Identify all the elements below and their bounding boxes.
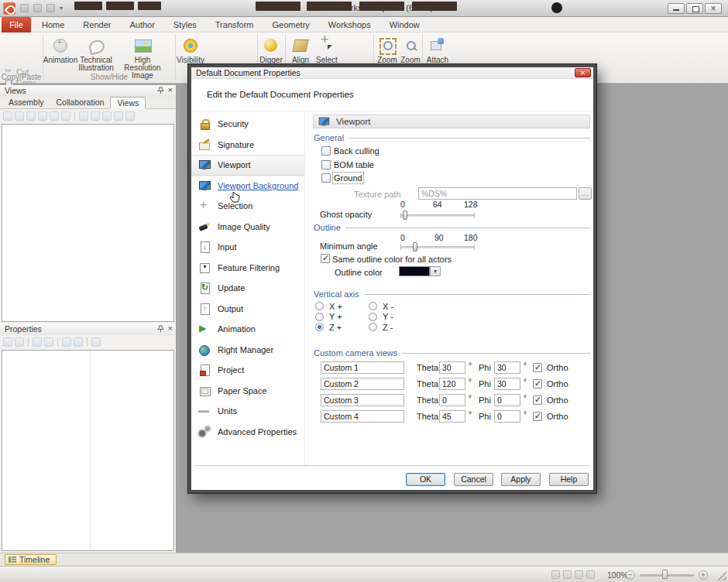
views-panel-tab[interactable]: Collaboration <box>50 97 111 108</box>
pin-icon[interactable] <box>157 325 164 332</box>
outline-color-dropdown-button[interactable]: ▼ <box>430 266 441 276</box>
views-tool-icon[interactable] <box>61 111 70 121</box>
dialog-title-bar[interactable]: Default Document Properties × <box>191 67 593 79</box>
camera-name-input[interactable] <box>321 410 404 423</box>
ortho-checkbox[interactable] <box>533 363 542 372</box>
dialog-button[interactable]: Apply <box>501 473 541 486</box>
ghost-opacity-slider-track[interactable] <box>400 214 475 217</box>
dialog-sidebar-item[interactable]: Output <box>191 299 304 320</box>
file-tab[interactable]: File <box>2 17 31 33</box>
digger-button[interactable]: Digger <box>259 34 283 64</box>
dialog-sidebar-item[interactable]: Image Quality <box>191 217 304 238</box>
views-tool-icon[interactable] <box>15 111 24 121</box>
views-tool-icon[interactable] <box>26 111 36 121</box>
close-button[interactable] <box>705 3 722 14</box>
views-tool-icon[interactable] <box>102 111 112 121</box>
ortho-checkbox[interactable] <box>533 412 542 421</box>
views-tool-icon[interactable] <box>38 111 47 121</box>
qat-button-icon[interactable] <box>20 4 29 12</box>
close-panel-icon[interactable]: × <box>168 325 173 332</box>
texture-path-browse-button[interactable]: ... <box>579 187 592 200</box>
minimize-button[interactable] <box>668 3 685 14</box>
bom-table-checkbox[interactable] <box>321 160 331 169</box>
attach-button[interactable]: Attach <box>425 34 450 64</box>
views-panel-tab[interactable]: Views <box>110 97 146 109</box>
dialog-sidebar-item[interactable]: Right Manager <box>191 340 304 361</box>
status-view-mode-icon[interactable] <box>551 570 560 579</box>
dialog-sidebar-item[interactable]: Selection <box>191 196 304 217</box>
animation-button[interactable]: Animation <box>45 34 76 64</box>
properties-tool-icon[interactable] <box>44 337 53 347</box>
properties-tool-icon[interactable] <box>3 337 12 347</box>
views-tool-icon[interactable] <box>114 111 123 121</box>
zoom-button[interactable]: Zoom <box>400 34 421 64</box>
properties-tool-icon[interactable] <box>15 337 24 347</box>
pin-icon[interactable] <box>157 87 164 94</box>
restore-button[interactable] <box>686 3 703 14</box>
ortho-checkbox[interactable] <box>533 379 542 389</box>
select-button[interactable]: Select <box>315 34 338 64</box>
vertical-axis-radio[interactable]: Z + <box>315 322 369 333</box>
qat-dropdown-caret-icon[interactable]: ▾ <box>60 4 63 12</box>
views-tool-icon[interactable] <box>91 111 100 121</box>
properties-grid-area[interactable] <box>2 350 174 551</box>
views-panel-tab[interactable]: Assembly <box>2 97 50 108</box>
views-tool-icon[interactable] <box>3 111 12 121</box>
camera-name-input[interactable] <box>321 361 404 374</box>
dialog-sidebar-item[interactable]: Feature Filtering <box>191 258 304 279</box>
dialog-button[interactable]: OK <box>406 473 445 486</box>
status-view-mode-icon[interactable] <box>586 570 595 579</box>
dialog-sidebar-item[interactable]: Signature <box>191 135 304 156</box>
dialog-sidebar-item[interactable]: Input <box>191 237 304 258</box>
ribbon-tab[interactable]: Workshops <box>319 17 380 33</box>
app-logo-icon[interactable] <box>3 2 15 15</box>
minimum-angle-slider-thumb[interactable] <box>413 242 417 252</box>
technical-illustration-button[interactable]: Technical Illustration <box>77 34 115 72</box>
ribbon-tab[interactable]: Transform <box>206 17 263 33</box>
vertical-axis-radio[interactable]: X + <box>315 301 369 312</box>
ortho-checkbox[interactable] <box>533 395 542 405</box>
theta-input[interactable] <box>439 394 465 406</box>
phi-input[interactable] <box>494 394 520 406</box>
vertical-axis-radio[interactable]: Y - <box>369 312 422 323</box>
ribbon-tab[interactable]: Render <box>74 17 120 33</box>
dialog-sidebar-item[interactable]: Animation <box>191 319 304 340</box>
properties-tool-icon[interactable] <box>62 337 71 347</box>
dialog-button[interactable]: Help <box>549 473 589 486</box>
ground-checkbox[interactable] <box>321 173 331 183</box>
dialog-sidebar-item[interactable]: Viewport Background <box>191 176 304 197</box>
phi-input[interactable] <box>494 410 520 423</box>
back-culling-checkbox[interactable] <box>321 146 331 156</box>
phi-input[interactable] <box>494 361 520 374</box>
qat-button-icon[interactable] <box>33 4 42 12</box>
ribbon-tab[interactable]: Styles <box>164 17 206 33</box>
properties-tool-icon[interactable] <box>74 337 83 347</box>
views-tool-icon[interactable] <box>125 111 135 121</box>
vertical-axis-radio[interactable]: Z - <box>369 322 422 333</box>
ribbon-tab[interactable]: Home <box>33 17 74 33</box>
views-list-area[interactable] <box>2 124 174 322</box>
ribbon-tab[interactable]: Geometry <box>263 17 319 33</box>
minimum-angle-slider-track[interactable] <box>400 246 475 248</box>
dialog-sidebar-item[interactable]: Security <box>191 114 304 135</box>
align-button[interactable]: Align <box>290 34 311 64</box>
status-view-mode-icon[interactable] <box>563 570 572 579</box>
properties-tool-icon[interactable] <box>91 337 101 347</box>
dialog-sidebar-item[interactable]: Advanced Properties <box>191 422 304 443</box>
outline-color-swatch[interactable] <box>399 266 430 276</box>
dialog-sidebar-item[interactable]: Update <box>191 278 304 299</box>
dialog-close-button[interactable]: × <box>575 68 591 77</box>
ghost-opacity-slider-thumb[interactable] <box>403 211 407 220</box>
dialog-sidebar-item[interactable]: Viewport <box>191 155 304 176</box>
same-outline-color-checkbox[interactable] <box>321 254 330 263</box>
close-panel-icon[interactable]: × <box>168 87 173 94</box>
theta-input[interactable] <box>439 378 465 390</box>
ribbon-tab[interactable]: Author <box>120 17 163 33</box>
camera-name-input[interactable] <box>321 394 404 406</box>
vertical-axis-radio[interactable]: Y + <box>315 312 369 323</box>
theta-input[interactable] <box>439 410 465 423</box>
dialog-button[interactable]: Cancel <box>454 473 493 486</box>
ribbon-tab[interactable]: Window <box>380 17 429 33</box>
zoom-area-button[interactable]: Zoom <box>376 34 398 64</box>
phi-input[interactable] <box>494 378 520 390</box>
